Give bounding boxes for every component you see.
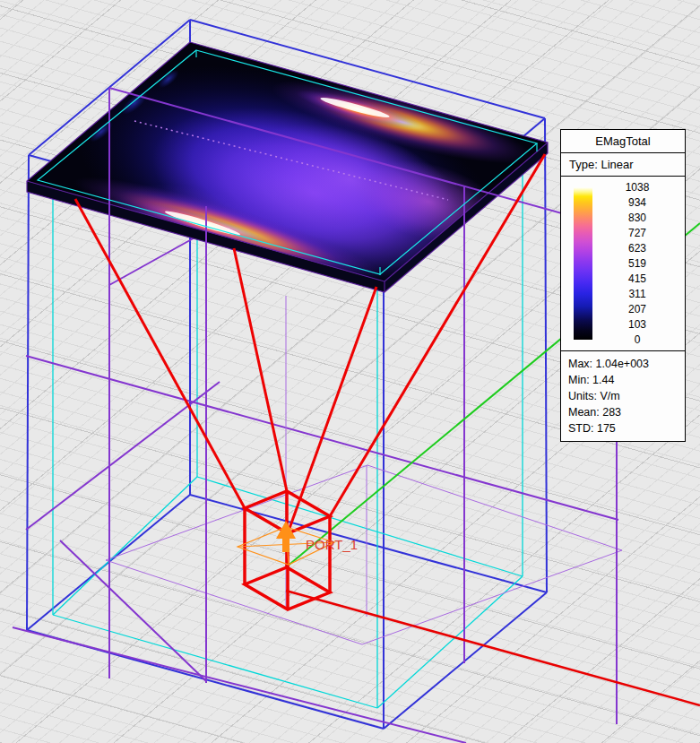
3d-modeler-viewport[interactable]: PORT_1 EMagTotal Type: Linear 1038 934 8… (0, 0, 700, 743)
stat-units: Units: V/m (568, 388, 678, 404)
stat-std: STD: 175 (568, 420, 678, 436)
field-legend-panel[interactable]: EMagTotal Type: Linear 1038 934 830 727 … (560, 129, 686, 442)
tick-label: 103 (599, 317, 676, 332)
legend-title: EMagTotal (561, 130, 685, 153)
x-axis-red (286, 591, 700, 705)
tick-label: 1038 (599, 180, 676, 194)
legend-scale-type: Type: Linear (561, 153, 685, 177)
tick-label: 519 (599, 256, 676, 271)
field-plot-surface (18, 24, 556, 340)
tick-label: 830 (599, 211, 676, 225)
stat-min: Min: 1.44 (568, 372, 678, 388)
tick-label: 207 (599, 302, 676, 316)
pml-wireframe-back (13, 231, 618, 743)
stat-mean: Mean: 283 (568, 404, 678, 420)
tick-label: 934 (599, 195, 676, 210)
legend-color-scale: 1038 934 830 727 623 519 415 311 207 103… (561, 177, 685, 351)
tick-label: 623 (599, 241, 676, 255)
tick-label: 311 (599, 287, 676, 301)
excitation-arrow-icon (276, 521, 296, 552)
tick-label: 415 (599, 272, 676, 286)
port-label: PORT_1 (306, 537, 358, 552)
colorbar-tick-labels: 1038 934 830 727 623 519 415 311 207 103… (599, 180, 676, 347)
tick-label: 727 (599, 226, 676, 240)
stat-max: Max: 1.04e+003 (568, 356, 678, 372)
legend-statistics: Max: 1.04e+003 Min: 1.44 Units: V/m Mean… (561, 351, 685, 441)
colorbar (574, 187, 592, 340)
tick-label: 0 (599, 333, 676, 347)
